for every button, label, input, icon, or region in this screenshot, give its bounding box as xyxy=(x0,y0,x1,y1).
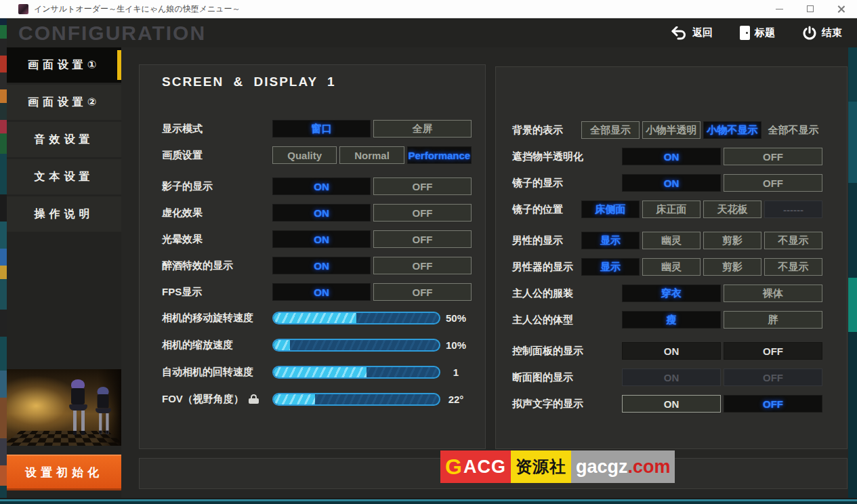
option-button[interactable]: 不显示 xyxy=(764,232,822,249)
option-button[interactable]: 裸体 xyxy=(724,285,822,302)
setting-row: FPS显示ONOFF xyxy=(162,283,472,301)
option-group: ONOFF xyxy=(622,342,822,360)
setting-row: 断面图的显示ONOFF xyxy=(512,369,822,386)
option-button: ------ xyxy=(764,201,822,218)
option-button[interactable]: OFF xyxy=(373,204,472,222)
option-group: ONOFF xyxy=(272,177,472,195)
option-button[interactable]: Quality xyxy=(272,146,337,164)
setting-row: 男性的显示显示幽灵剪影不显示 xyxy=(512,232,822,249)
option-button[interactable]: 不显示 xyxy=(764,258,822,276)
scene-preview-image xyxy=(7,369,121,446)
option-group: 瘦胖 xyxy=(622,311,822,329)
option-button[interactable]: 幽灵 xyxy=(642,258,701,276)
option-button[interactable]: Normal xyxy=(339,146,404,164)
window-title: インサルトオーダー～生イキにゃん娘の快堕メニュー～ xyxy=(34,3,241,15)
page-title: CONFIGURATION xyxy=(18,22,206,45)
option-button[interactable]: 剪影 xyxy=(703,232,761,249)
setting-label: 男性的显示 xyxy=(512,234,581,247)
slider-fill xyxy=(274,394,315,404)
setting-label: 主人公的服装 xyxy=(512,287,622,300)
sidebar-item-1[interactable]: 画面设置① xyxy=(7,47,121,83)
slider-track[interactable] xyxy=(272,393,440,406)
option-button[interactable]: OFF xyxy=(373,283,472,301)
option-button[interactable]: 显示 xyxy=(581,232,640,249)
watermark-cn-text: 资源社 xyxy=(511,450,571,483)
option-button[interactable]: 胖 xyxy=(724,311,822,329)
setting-label: 镜子的位置 xyxy=(512,203,581,216)
slider-track[interactable] xyxy=(272,339,440,352)
desktop-edge-left xyxy=(0,18,7,504)
sidebar-item-4[interactable]: 文本设置 xyxy=(7,159,121,194)
option-button[interactable]: ON xyxy=(622,342,721,360)
minimize-button[interactable] xyxy=(764,0,795,18)
setting-row: 相机的移动旋转速度50% xyxy=(162,310,472,325)
option-button[interactable]: 全屏 xyxy=(373,120,472,138)
option-button[interactable]: 瘦 xyxy=(622,311,721,329)
sidebar-item-3[interactable]: 音效设置 xyxy=(7,122,121,157)
maximize-button[interactable] xyxy=(795,0,826,18)
setting-label: 遮挡物半透明化 xyxy=(512,150,622,163)
option-group: ONOFF xyxy=(272,257,472,274)
back-button[interactable]: 返回 xyxy=(671,26,713,41)
setting-label: 画质设置 xyxy=(162,149,272,162)
power-icon xyxy=(802,26,817,41)
setting-row: 显示模式窗口全屏 xyxy=(162,120,472,138)
setting-label: 影子的显示 xyxy=(162,180,272,193)
setting-label: 背景的表示 xyxy=(512,124,581,137)
setting-row: 男性器的显示显示幽灵剪影不显示 xyxy=(512,258,822,276)
option-button[interactable]: 床正面 xyxy=(642,201,701,218)
option-button[interactable]: 剪影 xyxy=(703,258,761,276)
option-button: 全部不显示 xyxy=(764,121,822,139)
slider-value: 1 xyxy=(440,366,472,378)
option-group: ONOFF xyxy=(622,174,822,192)
setting-label: 拟声文字的显示 xyxy=(512,398,622,411)
option-button[interactable]: OFF xyxy=(373,257,472,274)
sidebar: 画面设置①画面设置②音效设置文本设置操作说明 设置初始化 xyxy=(7,47,121,498)
option-button[interactable]: 全部显示 xyxy=(581,121,640,139)
option-button[interactable]: OFF xyxy=(373,177,472,195)
option-button[interactable]: OFF xyxy=(724,148,822,165)
title-screen-button[interactable]: 标题 xyxy=(740,26,775,41)
option-button[interactable]: OFF xyxy=(373,230,472,248)
option-button[interactable]: OFF xyxy=(724,342,822,360)
option-group: ONOFF xyxy=(622,148,822,165)
option-group: 窗口全屏 xyxy=(272,120,472,138)
option-button[interactable]: 窗口 xyxy=(272,120,371,138)
settings-reset-button[interactable]: 设置初始化 xyxy=(7,455,121,490)
close-button[interactable] xyxy=(826,0,857,18)
option-button[interactable]: ON xyxy=(622,174,721,192)
sidebar-item-5[interactable]: 操作说明 xyxy=(7,196,121,232)
option-button[interactable]: OFF xyxy=(724,395,822,413)
option-button[interactable]: 显示 xyxy=(581,258,640,276)
slider-fill xyxy=(274,367,367,377)
option-button[interactable]: ON xyxy=(272,230,371,248)
slider-track[interactable] xyxy=(272,312,440,324)
watermark-logo: GACG xyxy=(440,450,511,483)
back-arrow-icon xyxy=(671,26,688,40)
option-button[interactable]: 穿衣 xyxy=(622,285,721,302)
option-button[interactable]: ON xyxy=(272,257,371,274)
option-group: QualityNormalPerformance xyxy=(272,146,472,164)
setting-label: 显示模式 xyxy=(162,123,272,135)
option-button[interactable]: ON xyxy=(272,177,371,195)
option-button[interactable]: ON xyxy=(622,395,721,413)
option-button[interactable]: 小物不显示 xyxy=(703,121,761,139)
quit-button[interactable]: 结束 xyxy=(802,26,842,41)
option-button[interactable]: 床侧面 xyxy=(581,201,640,218)
option-button[interactable]: ON xyxy=(272,283,371,301)
option-button[interactable]: 小物半透明 xyxy=(642,121,701,139)
setting-row: 镜子的显示ONOFF xyxy=(512,174,822,192)
setting-label: 男性器的显示 xyxy=(512,261,581,274)
panel-title: SCREEN & DISPLAY 1 xyxy=(162,75,472,89)
option-button[interactable]: OFF xyxy=(724,174,822,192)
option-button[interactable]: 天花板 xyxy=(703,201,761,218)
minimize-icon xyxy=(776,9,783,9)
option-button[interactable]: ON xyxy=(622,148,721,165)
option-button[interactable]: 幽灵 xyxy=(642,232,701,249)
option-button[interactable]: ON xyxy=(272,204,371,222)
quit-label: 结束 xyxy=(822,26,842,39)
slider-track[interactable] xyxy=(272,366,440,379)
sidebar-item-2[interactable]: 画面设置② xyxy=(7,85,121,120)
option-button[interactable]: Performance xyxy=(407,146,472,164)
setting-label: 断面图的显示 xyxy=(512,371,622,384)
